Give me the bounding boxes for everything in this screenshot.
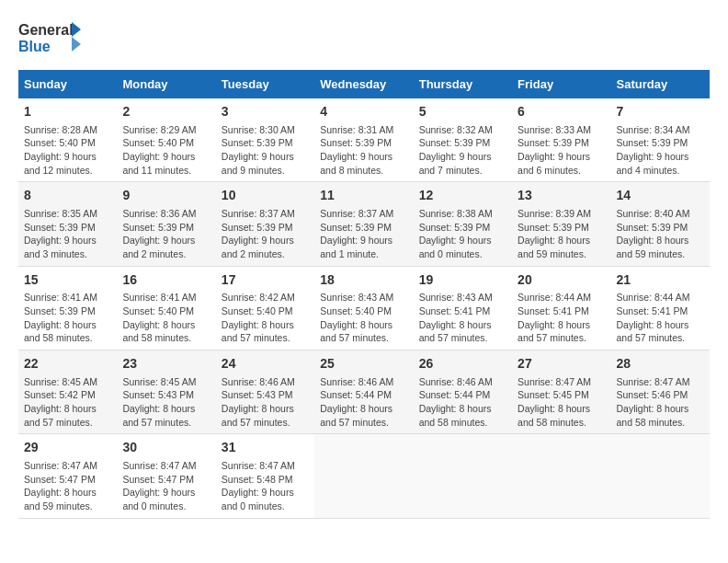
svg-marker-3 [72, 37, 81, 52]
svg-text:Blue: Blue [18, 39, 51, 54]
calendar-cell: 30Sunrise: 8:47 AM Sunset: 5:47 PM Dayli… [117, 434, 215, 518]
day-info: Sunrise: 8:45 AM Sunset: 5:43 PM Dayligh… [122, 375, 210, 430]
day-number: 25 [320, 355, 407, 373]
weekday-header: Friday [512, 70, 610, 98]
weekday-header: Tuesday [216, 70, 314, 98]
day-number: 5 [419, 103, 506, 121]
day-number: 3 [222, 103, 309, 121]
calendar-cell [611, 434, 710, 518]
day-info: Sunrise: 8:46 AM Sunset: 5:44 PM Dayligh… [320, 375, 407, 430]
day-number: 31 [222, 439, 309, 457]
day-number: 2 [122, 103, 210, 121]
day-info: Sunrise: 8:47 AM Sunset: 5:45 PM Dayligh… [518, 375, 605, 430]
day-info: Sunrise: 8:32 AM Sunset: 5:39 PM Dayligh… [419, 123, 506, 178]
day-number: 17 [222, 271, 309, 290]
day-info: Sunrise: 8:35 AM Sunset: 5:39 PM Dayligh… [24, 207, 111, 261]
day-number: 7 [617, 103, 704, 121]
day-info: Sunrise: 8:33 AM Sunset: 5:39 PM Dayligh… [518, 123, 605, 178]
day-number: 6 [518, 103, 605, 121]
calendar-cell: 10Sunrise: 8:37 AM Sunset: 5:39 PM Dayli… [216, 182, 314, 266]
day-info: Sunrise: 8:47 AM Sunset: 5:47 PM Dayligh… [24, 459, 111, 513]
calendar-week-row: 8Sunrise: 8:35 AM Sunset: 5:39 PM Daylig… [18, 182, 710, 266]
day-info: Sunrise: 8:39 AM Sunset: 5:39 PM Dayligh… [518, 207, 605, 261]
day-info: Sunrise: 8:37 AM Sunset: 5:39 PM Dayligh… [222, 207, 309, 261]
day-info: Sunrise: 8:29 AM Sunset: 5:40 PM Dayligh… [122, 123, 210, 178]
calendar-cell: 12Sunrise: 8:38 AM Sunset: 5:39 PM Dayli… [414, 182, 512, 266]
day-info: Sunrise: 8:34 AM Sunset: 5:39 PM Dayligh… [617, 123, 704, 178]
day-info: Sunrise: 8:47 AM Sunset: 5:48 PM Dayligh… [222, 459, 309, 513]
day-info: Sunrise: 8:31 AM Sunset: 5:39 PM Dayligh… [320, 123, 407, 178]
day-number: 29 [24, 439, 111, 457]
calendar-week-row: 29Sunrise: 8:47 AM Sunset: 5:47 PM Dayli… [18, 434, 710, 518]
calendar-cell: 17Sunrise: 8:42 AM Sunset: 5:40 PM Dayli… [216, 266, 314, 350]
calendar-table: SundayMondayTuesdayWednesdayThursdayFrid… [18, 70, 710, 519]
day-info: Sunrise: 8:37 AM Sunset: 5:39 PM Dayligh… [320, 207, 407, 261]
day-number: 28 [617, 355, 704, 373]
logo: GeneralBlue [18, 18, 83, 55]
weekday-header: Sunday [18, 70, 117, 98]
day-number: 9 [122, 187, 210, 205]
day-info: Sunrise: 8:44 AM Sunset: 5:41 PM Dayligh… [518, 291, 605, 345]
calendar-cell: 23Sunrise: 8:45 AM Sunset: 5:43 PM Dayli… [117, 350, 215, 434]
calendar-cell: 16Sunrise: 8:41 AM Sunset: 5:40 PM Dayli… [117, 266, 215, 350]
day-info: Sunrise: 8:45 AM Sunset: 5:42 PM Dayligh… [24, 375, 111, 430]
day-number: 14 [617, 187, 704, 205]
logo-icon: GeneralBlue [18, 18, 83, 55]
calendar-cell: 15Sunrise: 8:41 AM Sunset: 5:39 PM Dayli… [18, 266, 117, 350]
day-info: Sunrise: 8:44 AM Sunset: 5:41 PM Dayligh… [617, 291, 704, 345]
calendar-cell: 22Sunrise: 8:45 AM Sunset: 5:42 PM Dayli… [18, 350, 117, 434]
calendar-cell: 5Sunrise: 8:32 AM Sunset: 5:39 PM Daylig… [414, 98, 512, 182]
day-info: Sunrise: 8:46 AM Sunset: 5:44 PM Dayligh… [419, 375, 506, 430]
day-number: 27 [518, 355, 605, 373]
calendar-cell: 25Sunrise: 8:46 AM Sunset: 5:44 PM Dayli… [314, 350, 413, 434]
day-info: Sunrise: 8:41 AM Sunset: 5:39 PM Dayligh… [24, 291, 111, 345]
calendar-cell: 31Sunrise: 8:47 AM Sunset: 5:48 PM Dayli… [216, 434, 314, 518]
day-number: 23 [122, 355, 210, 373]
day-number: 30 [122, 439, 210, 457]
calendar-cell: 20Sunrise: 8:44 AM Sunset: 5:41 PM Dayli… [512, 266, 610, 350]
day-info: Sunrise: 8:47 AM Sunset: 5:46 PM Dayligh… [617, 375, 704, 430]
day-number: 4 [320, 103, 407, 121]
day-info: Sunrise: 8:38 AM Sunset: 5:39 PM Dayligh… [419, 207, 506, 261]
day-number: 16 [122, 271, 210, 290]
day-number: 22 [24, 355, 111, 373]
calendar-cell: 1Sunrise: 8:28 AM Sunset: 5:40 PM Daylig… [18, 98, 117, 182]
calendar-cell [314, 434, 413, 518]
day-number: 24 [222, 355, 309, 373]
day-info: Sunrise: 8:47 AM Sunset: 5:47 PM Dayligh… [122, 459, 210, 513]
calendar-week-row: 22Sunrise: 8:45 AM Sunset: 5:42 PM Dayli… [18, 350, 710, 434]
calendar-cell: 14Sunrise: 8:40 AM Sunset: 5:39 PM Dayli… [611, 182, 710, 266]
calendar-cell: 27Sunrise: 8:47 AM Sunset: 5:45 PM Dayli… [512, 350, 610, 434]
weekday-header-row: SundayMondayTuesdayWednesdayThursdayFrid… [18, 70, 710, 98]
calendar-cell: 18Sunrise: 8:43 AM Sunset: 5:40 PM Dayli… [314, 266, 413, 350]
day-info: Sunrise: 8:30 AM Sunset: 5:39 PM Dayligh… [222, 123, 309, 178]
calendar-cell: 19Sunrise: 8:43 AM Sunset: 5:41 PM Dayli… [414, 266, 512, 350]
day-number: 21 [617, 271, 704, 290]
calendar-cell [414, 434, 512, 518]
calendar-cell: 4Sunrise: 8:31 AM Sunset: 5:39 PM Daylig… [314, 98, 413, 182]
calendar-cell: 7Sunrise: 8:34 AM Sunset: 5:39 PM Daylig… [611, 98, 710, 182]
calendar-cell: 3Sunrise: 8:30 AM Sunset: 5:39 PM Daylig… [216, 98, 314, 182]
day-number: 13 [518, 187, 605, 205]
calendar-cell: 21Sunrise: 8:44 AM Sunset: 5:41 PM Dayli… [611, 266, 710, 350]
day-info: Sunrise: 8:43 AM Sunset: 5:40 PM Dayligh… [320, 291, 407, 345]
day-number: 18 [320, 271, 407, 290]
calendar-cell: 8Sunrise: 8:35 AM Sunset: 5:39 PM Daylig… [18, 182, 117, 266]
calendar-cell: 2Sunrise: 8:29 AM Sunset: 5:40 PM Daylig… [117, 98, 215, 182]
svg-marker-2 [72, 22, 81, 37]
calendar-week-row: 15Sunrise: 8:41 AM Sunset: 5:39 PM Dayli… [18, 266, 710, 350]
svg-text:General: General [18, 22, 74, 38]
day-info: Sunrise: 8:42 AM Sunset: 5:40 PM Dayligh… [222, 291, 309, 345]
day-info: Sunrise: 8:43 AM Sunset: 5:41 PM Dayligh… [419, 291, 506, 345]
day-number: 1 [24, 103, 111, 121]
calendar-cell: 28Sunrise: 8:47 AM Sunset: 5:46 PM Dayli… [611, 350, 710, 434]
calendar-cell: 24Sunrise: 8:46 AM Sunset: 5:43 PM Dayli… [216, 350, 314, 434]
day-number: 20 [518, 271, 605, 290]
weekday-header: Saturday [611, 70, 710, 98]
day-number: 26 [419, 355, 506, 373]
page-header: GeneralBlue [18, 18, 710, 55]
weekday-header: Wednesday [314, 70, 413, 98]
day-number: 15 [24, 271, 111, 290]
day-info: Sunrise: 8:40 AM Sunset: 5:39 PM Dayligh… [617, 207, 704, 261]
calendar-cell: 9Sunrise: 8:36 AM Sunset: 5:39 PM Daylig… [117, 182, 215, 266]
